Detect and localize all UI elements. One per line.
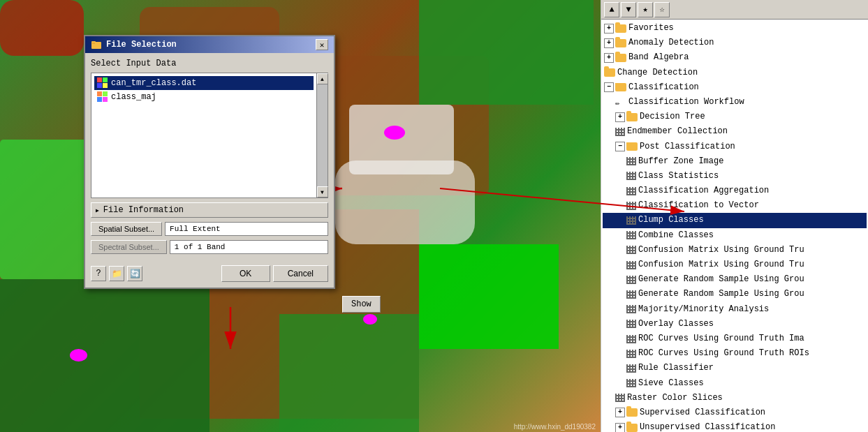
svg-rect-15	[97, 97, 102, 102]
tree-item-classification-aggregation[interactable]: Classification Aggregation	[603, 184, 867, 198]
file-info-section: ▶ File Information	[91, 202, 328, 218]
ok-button[interactable]: OK	[221, 265, 270, 282]
show-button[interactable]: Show	[342, 296, 381, 313]
svg-rect-12	[103, 83, 108, 88]
grid-icon-vector	[626, 202, 636, 210]
tree-label-unsupervised: Unsupervised Classification	[640, 421, 775, 432]
grid-icon-confusion-1	[626, 246, 636, 254]
tree-item-change-detection[interactable]: Change Detection	[603, 66, 867, 80]
tree-item-confusion-2[interactable]: Confusion Matrix Using Ground Tru	[603, 258, 867, 272]
file-list-scrollbar[interactable]: ▲ ▼	[316, 73, 328, 198]
tree-item-sieve[interactable]: Sieve Classes	[603, 376, 867, 391]
expand-anomaly[interactable]: +	[604, 38, 614, 48]
scroll-track	[317, 84, 328, 186]
folder-icon-classification	[615, 83, 626, 91]
expand-unsupervised[interactable]: +	[615, 423, 625, 432]
svg-rect-13	[97, 91, 102, 96]
folder-icon-unsupervised	[626, 424, 638, 432]
expand-supervised[interactable]: +	[615, 408, 625, 417]
tree-item-majority[interactable]: Majority/Minority Analysis	[603, 302, 867, 317]
cancel-button[interactable]: Cancel	[273, 265, 328, 282]
folder-icon-favorites	[615, 24, 626, 33]
spectral-subset-button[interactable]: Spectral Subset...	[91, 240, 167, 254]
scroll-down-button[interactable]: ▼	[317, 186, 328, 198]
spatial-subset-value: Full Extent	[165, 222, 328, 236]
tree-item-random-1[interactable]: Generate Random Sample Using Grou	[603, 272, 867, 287]
svg-rect-11	[97, 83, 102, 88]
tree-item-anomaly[interactable]: + Anomaly Detection	[603, 36, 867, 50]
tree-label-random-1: Generate Random Sample Using Grou	[638, 273, 804, 286]
expand-band-algebra[interactable]: +	[604, 53, 614, 63]
file-selection-dialog: File Selection ✕ Select Input Data can_t…	[84, 35, 335, 289]
folder-icon-decision-tree	[626, 113, 638, 121]
tree-item-classification[interactable]: − Classification	[603, 80, 867, 95]
tree-item-post-classification[interactable]: − Post Classification	[603, 140, 867, 154]
tree-item-buffer-zone[interactable]: Buffer Zone Image	[603, 154, 867, 169]
expand-favorites[interactable]: +	[604, 24, 614, 33]
scroll-up-button[interactable]: ▲	[317, 73, 328, 84]
grid-icon-roc-2	[626, 350, 636, 358]
tree-item-roc-1[interactable]: ROC Curves Using Ground Truth Ima	[603, 332, 867, 346]
tree-item-overlay[interactable]: Overlay Classes	[603, 317, 867, 332]
tree-label-sieve: Sieve Classes	[638, 377, 704, 390]
toolbar-star-empty-button[interactable]: ☆	[654, 2, 670, 17]
tree-label-classification-workflow: Classification Workflow	[628, 96, 744, 109]
tree-item-clump-classes[interactable]: Clump Classes	[603, 213, 867, 228]
tree-label-favorites: Favorites	[628, 22, 674, 35]
dialog-footer: ? 📁 🔄 OK Cancel	[85, 260, 334, 288]
tree-label-roc-1: ROC Curves Using Ground Truth Ima	[638, 332, 804, 345]
open-folder-button[interactable]: 📁	[109, 266, 124, 281]
file-item-selected[interactable]: can_tmr_class.dat	[94, 76, 314, 90]
grid-icon-random-1	[626, 276, 636, 284]
file-info-header[interactable]: ▶ File Information	[91, 202, 328, 218]
tree-item-decision-tree[interactable]: + Decision Tree	[603, 110, 867, 124]
select-input-label: Select Input Data	[91, 59, 328, 68]
svg-rect-16	[103, 97, 108, 102]
svg-rect-10	[103, 77, 108, 82]
tree-label-rule-classifier: Rule Classifier	[638, 362, 714, 375]
tree-label-raster-color: Raster Color Slices	[627, 392, 723, 405]
folder-icon-post-classification	[626, 142, 638, 151]
tree-item-combine-classes[interactable]: Combine Classes	[603, 228, 867, 243]
tree-item-classification-workflow[interactable]: ✏ Classification Workflow	[603, 95, 867, 110]
tree-item-supervised[interactable]: + Supervised Classification	[603, 405, 867, 420]
tree-item-endmember[interactable]: Endmember Collection	[603, 124, 867, 139]
toolbar-up-button[interactable]: ▲	[604, 2, 619, 17]
dialog-icon	[91, 39, 102, 50]
tree-item-band-algebra[interactable]: + Band Algebra	[603, 50, 867, 65]
dialog-body: Select Input Data can_tmr_class.dat	[85, 53, 334, 260]
tree-item-unsupervised[interactable]: + Unsupervised Classification	[603, 420, 867, 432]
tree-item-confusion-1[interactable]: Confusion Matrix Using Ground Tru	[603, 243, 867, 258]
tree-label-roc-2: ROC Curves Using Ground Truth ROIs	[638, 347, 809, 360]
spatial-subset-button[interactable]: Spatial Subset...	[91, 222, 162, 236]
tree-label-confusion-2: Confusion Matrix Using Ground Tru	[638, 258, 804, 271]
grid-icon-class-stats	[626, 172, 636, 180]
file-item-2[interactable]: class_maj	[94, 90, 314, 104]
grid-icon-endmember	[615, 128, 625, 136]
file-info-arrow: ▶	[96, 207, 99, 214]
tree-item-favorites[interactable]: + Favorites	[603, 21, 867, 36]
tree-item-classification-to-vector[interactable]: Classification to Vector	[603, 198, 867, 213]
recent-button[interactable]: 🔄	[127, 266, 142, 281]
expand-classification[interactable]: −	[604, 82, 614, 92]
toolbar-down-button[interactable]: ▼	[621, 2, 636, 17]
tree-label-clump-classes: Clump Classes	[638, 214, 704, 227]
expand-decision-tree[interactable]: +	[615, 112, 625, 122]
grid-icon-buffer	[626, 157, 636, 165]
pencil-icon: ✏	[615, 98, 626, 107]
grid-icon-sieve	[626, 379, 636, 387]
grid-icon-random-2	[626, 290, 636, 299]
tree-item-random-2[interactable]: Generate Random Sample Using Grou	[603, 287, 867, 301]
tree-item-class-stats[interactable]: Class Statistics	[603, 169, 867, 184]
tree-item-rule-classifier[interactable]: Rule Classifier	[603, 361, 867, 375]
folder-icon-change-detection	[604, 68, 615, 77]
help-button[interactable]: ?	[91, 266, 106, 281]
grid-icon-raster	[615, 394, 625, 402]
toolbar-star-button[interactable]: ★	[638, 2, 653, 17]
file-list: can_tmr_class.dat class_maj	[91, 73, 316, 198]
close-button[interactable]: ✕	[316, 39, 328, 50]
tree-label-supervised: Supervised Classification	[640, 406, 765, 419]
tree-item-raster-color[interactable]: Raster Color Slices	[603, 391, 867, 405]
expand-post-classification[interactable]: −	[615, 142, 625, 151]
tree-item-roc-2[interactable]: ROC Curves Using Ground Truth ROIs	[603, 346, 867, 361]
